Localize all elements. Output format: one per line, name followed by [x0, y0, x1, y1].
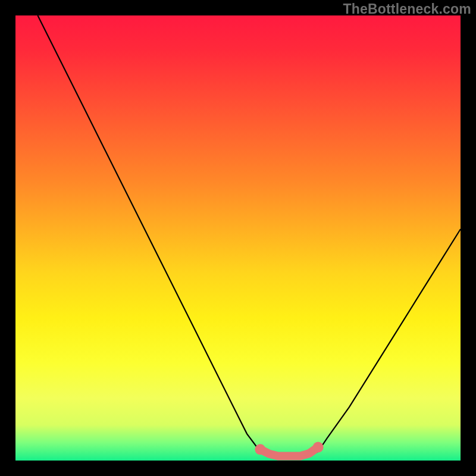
plot-area — [15, 15, 461, 461]
chart-frame: TheBottleneck.com — [0, 0, 476, 476]
marker-stroke — [260, 447, 318, 456]
marker-endcap — [313, 442, 324, 453]
marker-endcap — [255, 444, 265, 455]
watermark-text: TheBottleneck.com — [343, 1, 471, 17]
curve-marker-flat-region — [255, 442, 323, 456]
bottleneck-curve-line — [37, 15, 461, 456]
chart-svg — [15, 15, 461, 461]
